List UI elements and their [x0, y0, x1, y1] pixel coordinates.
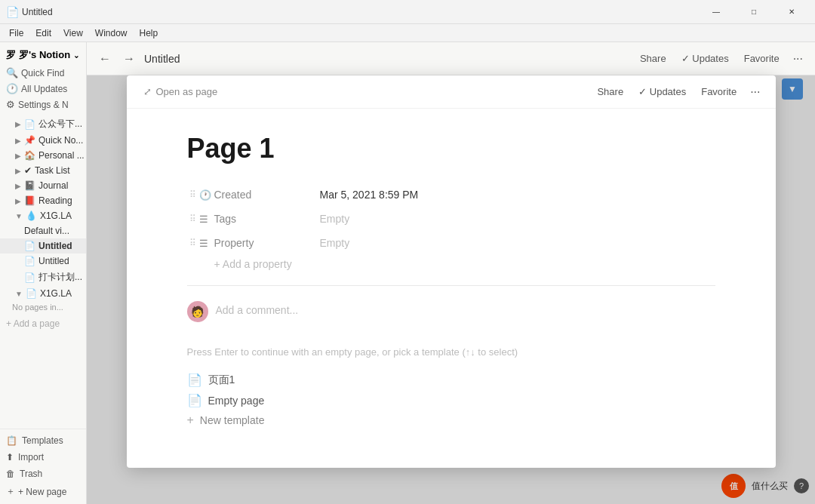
modal-more-button[interactable]: ··· [747, 83, 763, 101]
top-bar: ← → Untitled Share Updates Favorite ··· [87, 42, 815, 75]
sidebar-item-x1gla-1[interactable]: ▼ 💧 X1G.LA [0, 208, 86, 223]
add-page-area[interactable]: + Add a page [0, 313, 86, 333]
quick-notes-label: Quick No... [38, 135, 83, 146]
untitled-2-label: Untitled [38, 256, 69, 266]
menu-help[interactable]: Help [134, 26, 165, 40]
open-icon: ⤢ [143, 86, 152, 97]
new-page-label: + New page [18, 487, 66, 497]
share-button[interactable]: Share [635, 51, 671, 66]
reading-icon: 📕 [24, 195, 35, 206]
gongzhonghao-label: 公众号下... [38, 118, 82, 131]
task-list-label: Task List [35, 165, 70, 176]
background-area: ▼ ⤢ Open as page Share ✓ Updates [87, 75, 815, 504]
expand-icon: ▶ [15, 182, 21, 190]
sidebar-item-task-list[interactable]: ▶ ✔ Task List [0, 163, 86, 178]
templates-label: Templates [22, 435, 63, 446]
expand-icon: ▶ [15, 137, 21, 145]
topbar-actions: Share Updates Favorite ··· [635, 50, 806, 68]
sidebar-item-import[interactable]: ⬆ Import [0, 449, 86, 466]
sidebar-item-default-view[interactable]: Default vi... [0, 223, 86, 238]
sidebar-item-gongzhonghao[interactable]: ▶ 📄 公众号下... [0, 115, 86, 133]
sidebar-item-settings[interactable]: ⚙ Settings & N [0, 97, 86, 112]
settings-label: Settings & N [18, 100, 69, 110]
minimize-button[interactable]: — [699, 0, 734, 24]
page-body: Page 1 ⠿ 🕐 Created Mar 5, 2021 8:59 PM [127, 109, 776, 448]
sidebar-item-quick-notes[interactable]: ▶ 📌 Quick No... [0, 133, 86, 148]
updates-button[interactable]: Updates [677, 51, 734, 66]
comment-area[interactable]: 🧑 Add a comment... [187, 295, 715, 328]
tags-value: Empty [320, 213, 715, 225]
expand-icon: ▶ [15, 120, 21, 128]
property-value: Empty [320, 237, 715, 249]
expand-icon: ▶ [15, 167, 21, 175]
sidebar-item-untitled-2[interactable]: 📄 Untitled [0, 254, 86, 269]
forward-button[interactable]: → [120, 51, 138, 67]
page-modal: ⤢ Open as page Share ✓ Updates Favorite … [127, 75, 776, 468]
expand-icon: ▼ [15, 212, 23, 220]
modal-share-button[interactable]: Share [592, 84, 628, 100]
clock-icon: 🕐 [6, 83, 18, 94]
new-page-button[interactable]: ＋ + New page [0, 482, 86, 501]
add-property-button[interactable]: + Add a property [187, 255, 319, 273]
template-section: Press Enter to continue with an empty pa… [187, 346, 715, 430]
sidebar-item-personal[interactable]: ▶ 🏠 Personal ... [0, 148, 86, 163]
maximize-button[interactable]: □ [737, 0, 771, 24]
template-item-page1[interactable]: 📄 页面1 [187, 370, 715, 390]
app-icon: 📄 [6, 6, 19, 18]
sidebar-item-reading[interactable]: ▶ 📕 Reading [0, 193, 86, 208]
menu-view[interactable]: View [57, 26, 89, 40]
property-row-created[interactable]: ⠿ 🕐 Created Mar 5, 2021 8:59 PM [187, 183, 715, 207]
property-row-tags[interactable]: ⠿ ☰ Tags Empty [187, 207, 715, 231]
back-button[interactable]: ← [96, 51, 114, 67]
home-icon: 🏠 [24, 150, 35, 161]
page-title[interactable]: Page 1 [187, 133, 715, 164]
user-avatar: 🧑 [187, 301, 208, 322]
modal-favorite-button[interactable]: Favorite [697, 84, 741, 100]
sidebar-item-quick-find[interactable]: 🔍 Quick Find [0, 65, 86, 81]
menu-bar: File Edit View Window Help [0, 24, 815, 42]
untitled-1-label: Untitled [38, 241, 72, 251]
open-as-page-label: Open as page [156, 86, 218, 97]
expand-icon: ▶ [15, 197, 21, 205]
sidebar-item-x1gla-2[interactable]: ▼ 📄 X1G.LA [0, 286, 86, 301]
page-overlay: ⤢ Open as page Share ✓ Updates Favorite … [87, 75, 815, 504]
close-button[interactable]: ✕ [774, 0, 809, 24]
sidebar-item-dakacard[interactable]: 📄 打卡计划... [0, 269, 86, 286]
workspace-name: 罗's Notion [19, 48, 70, 62]
property-icon: ☰ [199, 238, 214, 249]
created-label: Created [214, 189, 320, 201]
drag-handle-icon: ⠿ [187, 189, 199, 200]
template-item-empty-page[interactable]: 📄 Empty page [187, 390, 715, 410]
workspace-chevron-icon: ⌄ [73, 51, 79, 60]
modal-updates-button[interactable]: ✓ Updates [634, 84, 690, 100]
sidebar-tree: ▶ 📄 公众号下... ▶ 📌 Quick No... ▶ 🏠 Personal… [0, 115, 86, 313]
property-label: Property [214, 237, 320, 249]
drag-handle-icon: ⠿ [187, 214, 199, 224]
check-icon: ✔ [24, 165, 32, 176]
favorite-button[interactable]: Favorite [740, 51, 784, 66]
sidebar-item-trash[interactable]: 🗑 Trash [0, 466, 86, 482]
template-empty-icon: 📄 [187, 393, 202, 407]
template-hint: Press Enter to continue with an empty pa… [187, 346, 715, 358]
page-icon: 📄 [24, 119, 35, 130]
title-bar: 📄 Untitled — □ ✕ [0, 0, 815, 24]
x1gla-2-label: X1G.LA [40, 288, 72, 299]
drag-handle-icon: ⠿ [187, 238, 199, 248]
menu-window[interactable]: Window [89, 26, 134, 40]
workspace-icon: 罗 [6, 48, 16, 62]
workspace-switcher[interactable]: 罗 罗's Notion ⌄ [0, 42, 86, 65]
menu-file[interactable]: File [3, 26, 29, 40]
sidebar-item-journal[interactable]: ▶ 📓 Journal [0, 178, 86, 193]
sidebar-item-all-updates[interactable]: 🕐 All Updates [0, 81, 86, 97]
gear-icon: ⚙ [6, 99, 15, 110]
more-button[interactable]: ··· [790, 50, 806, 68]
property-row-property[interactable]: ⠿ ☰ Property Empty [187, 231, 715, 255]
comment-input[interactable]: Add a comment... [216, 301, 299, 319]
open-as-page-button[interactable]: ⤢ Open as page [139, 84, 223, 100]
template-item-new[interactable]: + New template [187, 410, 715, 430]
menu-edit[interactable]: Edit [29, 26, 57, 40]
droplet-icon: 💧 [26, 211, 37, 221]
sidebar-item-untitled-1[interactable]: 📄 Untitled [0, 238, 86, 254]
sidebar-item-templates[interactable]: 📋 Templates [0, 432, 86, 449]
dakacard-label: 打卡计划... [38, 271, 82, 284]
